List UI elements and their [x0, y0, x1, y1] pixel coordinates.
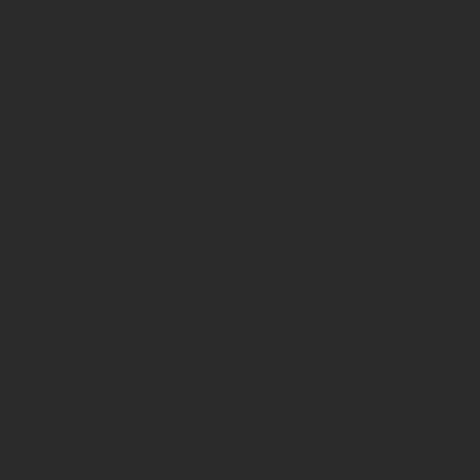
chart-page [0, 0, 476, 476]
charts-layer [0, 0, 476, 476]
bottom-legend [220, 446, 279, 458]
legend-swatch-85 [220, 446, 232, 458]
legend-swatch-115 [249, 446, 261, 458]
